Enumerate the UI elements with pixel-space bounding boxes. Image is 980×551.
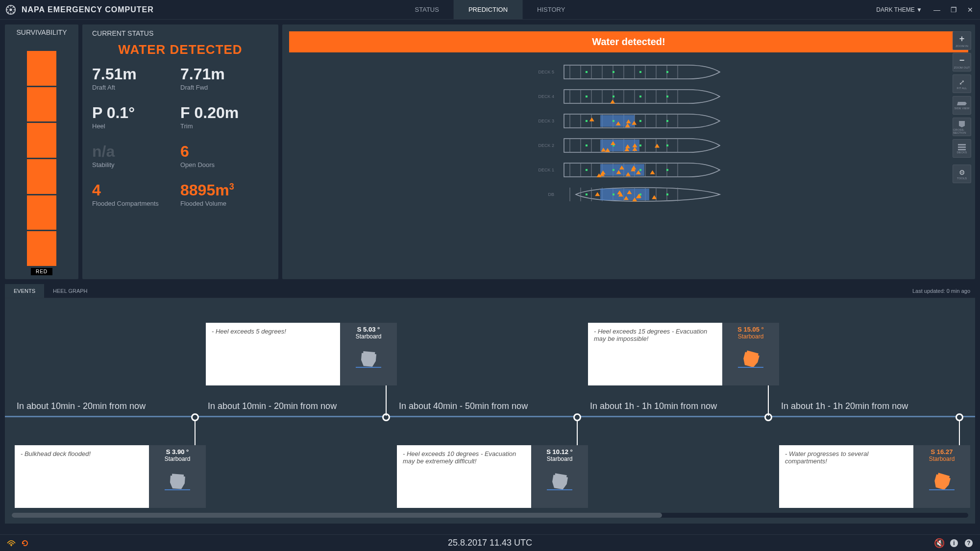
alert-banner-text: Water detected! <box>592 36 665 47</box>
minimize-button[interactable]: — <box>932 5 942 15</box>
event-heel-thumb: S 5.03 ° Starboard <box>340 323 397 385</box>
status-cell: 4Flooded Compartments <box>92 182 180 207</box>
deck-row[interactable]: DECK 2 <box>535 136 723 155</box>
svg-text:i: i <box>953 540 955 547</box>
status-value: P 0.1° <box>92 105 180 120</box>
deck-row[interactable]: DECK 4 <box>535 87 723 106</box>
timeline-stem <box>577 420 578 445</box>
event-heel-side: Starboard <box>929 455 955 462</box>
event-heel-thumb: S 15.05 ° Starboard <box>722 323 779 385</box>
timeline[interactable]: In about 10min - 20min from nowIn about … <box>5 298 975 524</box>
deck-row[interactable]: DECK 1 <box>535 160 723 180</box>
svg-rect-47 <box>666 120 668 122</box>
theme-selector[interactable]: DARK THEME ▼ <box>873 4 925 15</box>
ship-visualization-panel: Water detected! ✕ DECK 5DECK 4DECK 3DECK… <box>282 24 975 279</box>
zoom-in-button[interactable]: +ZOOM IN <box>953 31 971 50</box>
svg-rect-76 <box>586 169 588 171</box>
svg-rect-13 <box>586 71 588 73</box>
fit-all-button[interactable]: ⤢FIT ALL <box>953 74 971 93</box>
svg-rect-45 <box>612 120 614 122</box>
close-button[interactable]: ✕ <box>965 5 975 15</box>
app-title: NAPA EMERGENCY COMPUTER <box>22 5 154 14</box>
tab-history[interactable]: HISTORY <box>522 0 580 19</box>
view-tool-rail: +ZOOM IN −ZOOM OUT ⤢FIT ALL SIDE VIEW CR… <box>953 31 971 183</box>
decks-button[interactable]: DECKS <box>953 139 971 158</box>
window-controls: DARK THEME ▼ — ❐ ✕ <box>873 4 975 15</box>
status-cell: 7.71mDraft Fwd <box>180 66 269 91</box>
surv-seg <box>27 123 56 158</box>
timeline-event-card[interactable]: - Heel exceeds 10 degrees - Evacuation m… <box>397 445 588 508</box>
tab-events[interactable]: EVENTS <box>5 284 44 298</box>
timeline-scrollbar[interactable] <box>12 513 968 518</box>
last-updated-label: Last updated: 0 min ago <box>912 288 975 294</box>
timeline-event-card[interactable]: - Water progresses to several compartmen… <box>779 445 970 508</box>
status-cell: 7.51mDraft Aft <box>92 66 180 91</box>
survivability-bar <box>27 51 56 266</box>
deck-plans[interactable]: DECK 5DECK 4DECK 3DECK 2DECK 1DB <box>282 62 975 204</box>
sync-icon[interactable] <box>21 539 29 548</box>
svg-text:?: ? <box>967 540 970 547</box>
timeline-event-card[interactable]: - Bulkhead deck flooded! S 3.90 ° Starbo… <box>15 445 206 508</box>
status-cell: 6Open Doors <box>180 144 269 168</box>
event-text: - Bulkhead deck flooded! <box>15 445 149 508</box>
event-heel-side: Starboard <box>356 333 382 340</box>
cross-section-button[interactable]: CROSS-SECTION <box>953 118 971 136</box>
event-heel-side: Starboard <box>738 333 764 340</box>
scrollbar-thumb[interactable] <box>12 513 662 518</box>
event-text: - Heel exceeds 5 degrees! <box>206 323 340 385</box>
deck-row[interactable]: DECK 3 <box>535 111 723 131</box>
wifi-icon <box>7 539 16 548</box>
timeline-interval-label: In about 1h - 1h 10min from now <box>583 401 724 411</box>
svg-rect-62 <box>639 144 641 146</box>
event-heel-thumb: S 16.27 Starboard <box>913 445 970 508</box>
svg-rect-98 <box>958 149 966 150</box>
timeline-event-card[interactable]: - Heel exceeds 5 degrees! S 5.03 ° Starb… <box>206 323 397 385</box>
event-heel-value: S 10.12 ° <box>546 448 573 455</box>
status-label: Open Doors <box>180 161 269 168</box>
mute-icon[interactable]: 🔇 <box>935 539 944 548</box>
event-heel-thumb: S 10.12 ° Starboard <box>531 445 588 508</box>
status-cell: n/aStability <box>92 144 180 168</box>
status-value: 7.51m <box>92 66 180 82</box>
status-label: Draft Fwd <box>180 84 269 91</box>
svg-rect-29 <box>612 96 614 97</box>
svg-point-1 <box>9 8 12 11</box>
event-heel-value: S 3.90 ° <box>166 448 189 455</box>
deck-row[interactable]: DB <box>535 185 723 204</box>
svg-rect-16 <box>666 71 668 73</box>
status-cell: P 0.1°Heel <box>92 105 180 130</box>
svg-rect-95 <box>666 193 668 195</box>
event-heel-value: S 5.03 ° <box>357 326 380 333</box>
zoom-out-button[interactable]: −ZOOM OUT <box>953 53 971 72</box>
info-icon[interactable]: i <box>950 539 958 548</box>
svg-point-104 <box>11 545 12 546</box>
status-grid: 7.51mDraft Aft7.71mDraft FwdP 0.1°HeelF … <box>92 66 269 207</box>
status-label: Trim <box>180 122 269 130</box>
tab-prediction[interactable]: PREDICTION <box>454 0 522 19</box>
status-value: 8895m3 <box>180 182 269 198</box>
tab-status[interactable]: STATUS <box>400 0 454 19</box>
event-heel-thumb: S 3.90 ° Starboard <box>149 445 206 508</box>
tab-heel-graph[interactable]: HEEL GRAPH <box>44 284 97 298</box>
deck-row[interactable]: DECK 5 <box>535 62 723 82</box>
tools-button[interactable]: ⚙TOOLS <box>953 165 971 183</box>
side-view-button[interactable]: SIDE VIEW <box>953 96 971 115</box>
surv-seg <box>27 231 56 266</box>
timeline-event-card[interactable]: - Heel exceeds 15 degrees - Evacuation m… <box>588 323 779 385</box>
surv-seg <box>27 51 56 86</box>
app-logo-icon <box>5 4 17 16</box>
help-icon[interactable]: ? <box>964 539 973 548</box>
timeline-stem <box>195 420 196 445</box>
svg-rect-77 <box>612 169 614 171</box>
status-value: 6 <box>180 144 269 159</box>
svg-rect-44 <box>586 120 588 122</box>
svg-rect-46 <box>639 120 641 122</box>
status-value: 4 <box>92 182 180 198</box>
surv-seg <box>27 87 56 122</box>
svg-rect-15 <box>639 71 641 73</box>
event-heel-side: Starboard <box>547 455 573 462</box>
deck-label: DECK 4 <box>535 94 554 99</box>
event-heel-value: S 15.05 ° <box>737 326 764 333</box>
timeline-interval-label: In about 10min - 20min from now <box>201 401 343 411</box>
maximize-button[interactable]: ❐ <box>949 5 958 15</box>
